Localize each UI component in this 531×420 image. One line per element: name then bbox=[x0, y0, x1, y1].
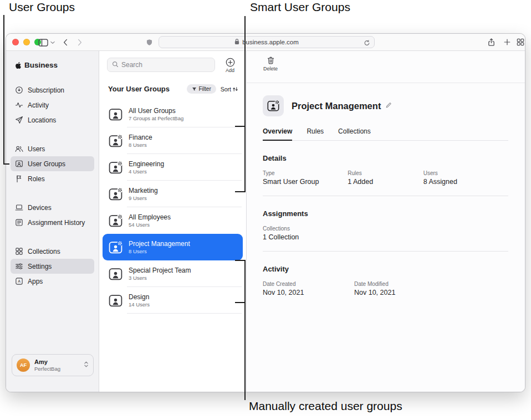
sidebar-item-roles[interactable]: Roles bbox=[11, 171, 94, 186]
group-detail: 4 Users bbox=[129, 168, 164, 175]
sidebar-item-label: Devices bbox=[28, 204, 52, 212]
section-divider bbox=[263, 196, 508, 196]
detail-toolbar: Delete bbox=[247, 56, 525, 83]
tab-overview-icon[interactable] bbox=[517, 38, 524, 46]
group-detail: 8 Users bbox=[129, 142, 152, 148]
callout-line bbox=[235, 126, 246, 127]
group-detail: 54 Users bbox=[129, 222, 171, 228]
sort-label: Sort bbox=[221, 86, 231, 93]
delete-label: Delete bbox=[263, 66, 278, 71]
sort-button[interactable]: Sort bbox=[221, 86, 238, 93]
group-name: Marketing bbox=[129, 187, 158, 194]
callout-user-groups: User Groups bbox=[9, 1, 75, 14]
sidebar-item-locations[interactable]: Locations bbox=[11, 112, 94, 127]
tab-collections[interactable]: Collections bbox=[338, 127, 371, 140]
account-switcher[interactable]: AF Amy PerfectBag bbox=[12, 354, 94, 376]
tab-rules[interactable]: Rules bbox=[307, 127, 324, 140]
field-value: Smart User Group bbox=[263, 178, 348, 186]
group-row-engineering[interactable]: Engineering 4 Users bbox=[103, 154, 243, 181]
groups-list-title: Your User Groups bbox=[108, 85, 170, 93]
group-row-marketing[interactable]: Marketing 9 Users bbox=[103, 181, 243, 207]
account-name: Amy bbox=[34, 358, 60, 366]
chevron-down-icon[interactable] bbox=[50, 41, 55, 44]
group-avatar bbox=[263, 95, 284, 116]
sidebar-item-apps[interactable]: A Apps bbox=[11, 274, 94, 289]
account-org: PerfectBag bbox=[34, 366, 60, 372]
group-name: All Employees bbox=[129, 213, 171, 221]
group-detail: 7 Groups at PerfectBag bbox=[129, 115, 183, 121]
sidebar-item-label: Collections bbox=[28, 248, 60, 255]
devices-icon bbox=[15, 203, 23, 212]
group-row-finance[interactable]: Finance 8 Users bbox=[103, 127, 243, 154]
search-field[interactable] bbox=[107, 58, 215, 72]
field-value: Nov 10, 2021 bbox=[263, 289, 354, 296]
url-text: business.apple.com bbox=[242, 39, 299, 45]
smart-user-group-icon bbox=[108, 187, 123, 202]
sidebar-item-collections[interactable]: Collections bbox=[11, 244, 94, 259]
row-divider bbox=[127, 313, 242, 314]
apps-icon: A bbox=[15, 277, 23, 285]
group-row-project-management[interactable]: Project Management 8 Users bbox=[103, 234, 243, 260]
minimize-window-button[interactable] bbox=[23, 39, 30, 45]
subscription-icon bbox=[15, 86, 23, 94]
add-group-button[interactable]: Add bbox=[221, 58, 239, 73]
group-name: Special Project Team bbox=[129, 267, 191, 274]
collections-icon bbox=[15, 247, 23, 255]
smart-user-group-icon bbox=[108, 240, 123, 255]
privacy-shield-icon[interactable] bbox=[146, 38, 153, 47]
search-icon bbox=[112, 60, 119, 70]
group-detail: 3 Users bbox=[129, 275, 191, 281]
sidebar-item-subscription[interactable]: Subscription bbox=[11, 83, 94, 98]
sidebar-item-devices[interactable]: Devices bbox=[11, 200, 94, 215]
callout-line bbox=[235, 191, 246, 192]
users-icon bbox=[15, 145, 23, 153]
svg-text:A: A bbox=[18, 279, 21, 283]
avatar: AF bbox=[17, 358, 30, 372]
address-bar[interactable]: business.apple.com bbox=[159, 36, 375, 48]
locations-icon bbox=[15, 116, 23, 124]
group-row-all-user-groups[interactable]: All User Groups 7 Groups at PerfectBag bbox=[103, 101, 243, 127]
close-window-button[interactable] bbox=[12, 39, 19, 45]
sidebar-item-label: Users bbox=[28, 145, 45, 153]
window-content: Business Subscription Activity bbox=[6, 51, 525, 392]
group-name: Design bbox=[129, 293, 150, 301]
detail-tabs: Overview Rules Collections bbox=[263, 127, 508, 141]
field-date-modified: Date Modified Nov 10, 2021 bbox=[354, 281, 436, 296]
apple-logo-icon bbox=[15, 62, 22, 69]
field-label: Collections bbox=[263, 226, 354, 232]
sidebar-item-users[interactable]: Users bbox=[11, 141, 94, 156]
browser-toolbar: business.apple.com bbox=[6, 34, 525, 51]
group-name: All User Groups bbox=[129, 107, 183, 115]
share-icon[interactable] bbox=[487, 38, 496, 47]
assignment-history-icon bbox=[15, 218, 23, 227]
field-value: 1 Collection bbox=[263, 233, 354, 241]
callout-line bbox=[235, 260, 246, 261]
sidebar-item-assignment-history[interactable]: Assignment History bbox=[11, 215, 94, 230]
delete-button[interactable]: Delete bbox=[262, 56, 279, 71]
forward-button[interactable] bbox=[77, 38, 83, 47]
sidebar-toggle-icon[interactable] bbox=[38, 39, 48, 47]
add-circle-icon bbox=[226, 58, 235, 67]
sidebar-item-settings[interactable]: Settings bbox=[11, 259, 94, 274]
edit-title-icon[interactable] bbox=[385, 101, 392, 111]
search-input[interactable] bbox=[121, 61, 210, 69]
field-collections: Collections 1 Collection bbox=[263, 226, 354, 241]
user-group-icon bbox=[108, 107, 123, 122]
back-button[interactable] bbox=[63, 38, 68, 47]
tab-overview[interactable]: Overview bbox=[263, 127, 292, 141]
sidebar-item-label: Activity bbox=[28, 101, 49, 109]
section-heading-details: Details bbox=[263, 154, 508, 162]
group-row-all-employees[interactable]: All Employees 54 Users bbox=[103, 207, 243, 234]
new-tab-icon[interactable] bbox=[503, 38, 511, 46]
group-name: Engineering bbox=[129, 160, 164, 168]
reload-icon[interactable] bbox=[364, 39, 370, 49]
sidebar-item-user-groups[interactable]: User Groups bbox=[11, 156, 94, 171]
group-row-special-project-team[interactable]: Special Project Team 3 Users bbox=[103, 260, 243, 287]
filter-button[interactable]: Filter bbox=[187, 84, 216, 94]
sidebar-item-activity[interactable]: Activity bbox=[11, 98, 94, 112]
roles-icon bbox=[15, 175, 23, 183]
filter-icon bbox=[192, 87, 197, 91]
group-row-design[interactable]: Design 14 Users bbox=[103, 287, 243, 314]
sidebar-item-label: Apps bbox=[28, 278, 43, 285]
brand-label: Business bbox=[24, 61, 58, 69]
